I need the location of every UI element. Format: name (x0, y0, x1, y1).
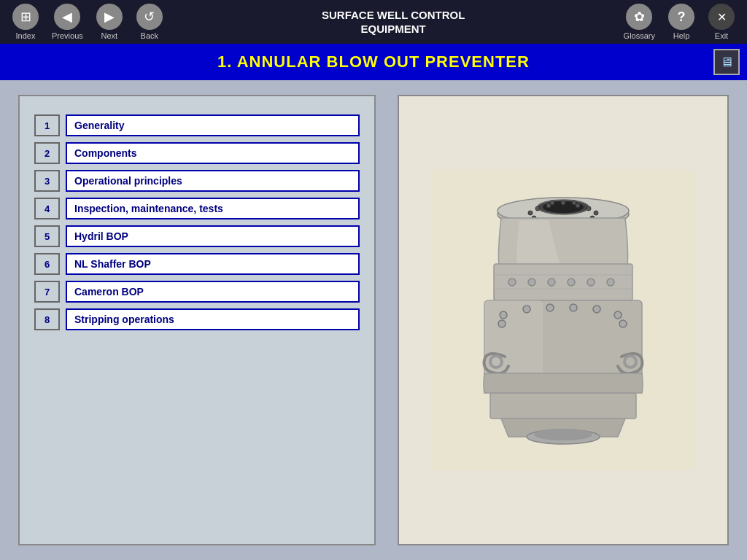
svg-point-32 (614, 311, 622, 319)
page-title-bar: 1. ANNULAR BLOW OUT PREVENTER 🖥 (0, 44, 747, 80)
svg-point-13 (561, 201, 565, 205)
glossary-icon: ✿ (626, 4, 652, 30)
next-icon: ▶ (96, 4, 123, 30)
menu-label-8: Stripping operations (66, 308, 360, 330)
right-nav-group: ✿ Glossary ? Help ✕ Exit (619, 1, 740, 43)
menu-label-5: Hydril BOP (66, 225, 360, 247)
page-title: 1. ANNULAR BLOW OUT PREVENTER (217, 52, 530, 71)
back-label: Back (141, 31, 158, 40)
svg-point-22 (568, 279, 575, 286)
menu-number-5: 5 (34, 225, 60, 247)
svg-point-21 (548, 279, 555, 286)
svg-point-7 (594, 211, 598, 215)
image-panel (398, 95, 729, 545)
menu-number-7: 7 (34, 281, 60, 303)
menu-number-8: 8 (34, 308, 60, 330)
svg-point-10 (535, 206, 540, 211)
svg-point-29 (546, 304, 554, 311)
next-button[interactable]: ▶ Next (91, 1, 128, 43)
menu-number-3: 3 (34, 170, 60, 192)
menu-number-2: 2 (34, 142, 60, 164)
menu-item-1[interactable]: 1Generality (34, 114, 360, 136)
monitor-icon: 🖥 (713, 49, 740, 75)
left-nav-group: ⊞ Index ◀ Previous ▶ Next ↺ Back (7, 1, 168, 43)
previous-button[interactable]: ◀ Previous (47, 1, 88, 43)
help-button[interactable]: ? Help (663, 1, 700, 43)
menu-label-6: NL Shaffer BOP (66, 253, 360, 275)
home-button[interactable]: ⊞ Index (7, 1, 44, 43)
back-icon: ↺ (136, 4, 163, 30)
previous-label: Previous (52, 31, 83, 40)
main-content: 1Generality2Components3Operational princ… (0, 80, 747, 560)
menu-item-3[interactable]: 3Operational principles (34, 170, 360, 192)
svg-point-15 (550, 201, 554, 205)
menu-label-7: Cameron BOP (66, 281, 360, 303)
svg-point-39 (534, 429, 592, 440)
menu-panel: 1Generality2Components3Operational princ… (18, 95, 376, 545)
menu-item-6[interactable]: 6NL Shaffer BOP (34, 253, 360, 275)
menu-item-5[interactable]: 5Hydril BOP (34, 225, 360, 247)
menu-number-6: 6 (34, 253, 60, 275)
index-label: Index (16, 31, 36, 40)
menu-label-4: Inspection, maintenance, tests (66, 198, 360, 219)
exit-label: Exit (715, 31, 728, 40)
home-icon: ⊞ (12, 4, 39, 30)
svg-point-14 (572, 201, 576, 205)
back-button[interactable]: ↺ Back (131, 1, 168, 43)
bop-image (425, 167, 702, 473)
svg-point-6 (587, 206, 591, 211)
exit-button[interactable]: ✕ Exit (703, 1, 740, 43)
svg-rect-37 (490, 393, 636, 419)
menu-item-7[interactable]: 7Cameron BOP (34, 281, 360, 303)
menu-label-1: Generality (66, 114, 360, 136)
top-navigation-bar: ⊞ Index ◀ Previous ▶ Next ↺ Back SURFACE… (0, 0, 747, 44)
svg-point-31 (593, 306, 600, 313)
menu-number-4: 4 (34, 198, 60, 219)
help-icon: ? (668, 4, 694, 30)
svg-point-11 (528, 211, 533, 215)
menu-number-1: 1 (34, 114, 60, 136)
help-label: Help (673, 31, 690, 40)
next-label: Next (101, 31, 117, 40)
svg-point-34 (498, 320, 506, 327)
menu-label-3: Operational principles (66, 170, 360, 192)
menu-item-4[interactable]: 4Inspection, maintenance, tests (34, 198, 360, 219)
menu-item-8[interactable]: 8Stripping operations (34, 308, 360, 330)
svg-point-30 (570, 304, 577, 311)
previous-icon: ◀ (54, 4, 80, 30)
glossary-label: Glossary (624, 31, 655, 40)
svg-point-20 (528, 279, 535, 286)
menu-item-2[interactable]: 2Components (34, 142, 360, 164)
exit-icon: ✕ (708, 4, 735, 30)
svg-point-24 (607, 279, 614, 286)
menu-label-2: Components (66, 142, 360, 164)
svg-point-19 (508, 279, 516, 286)
svg-point-23 (587, 279, 595, 286)
svg-point-33 (619, 320, 627, 327)
svg-point-28 (523, 306, 530, 313)
svg-point-27 (500, 311, 507, 319)
glossary-button[interactable]: ✿ Glossary (619, 1, 659, 43)
app-title: SURFACE WELL CONTROL EQUIPMENT (322, 8, 465, 36)
